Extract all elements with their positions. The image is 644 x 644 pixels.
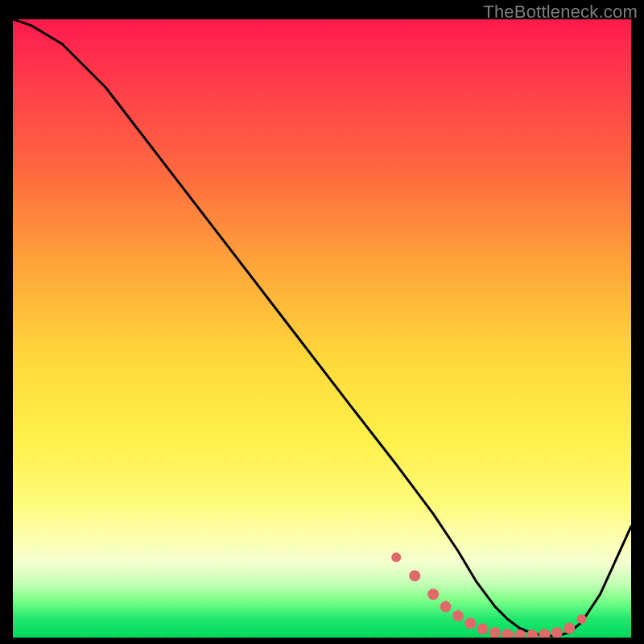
watermark-text: TheBottleneck.com xyxy=(483,2,638,23)
chart-background-gradient xyxy=(13,19,631,638)
chart-frame xyxy=(13,19,631,638)
